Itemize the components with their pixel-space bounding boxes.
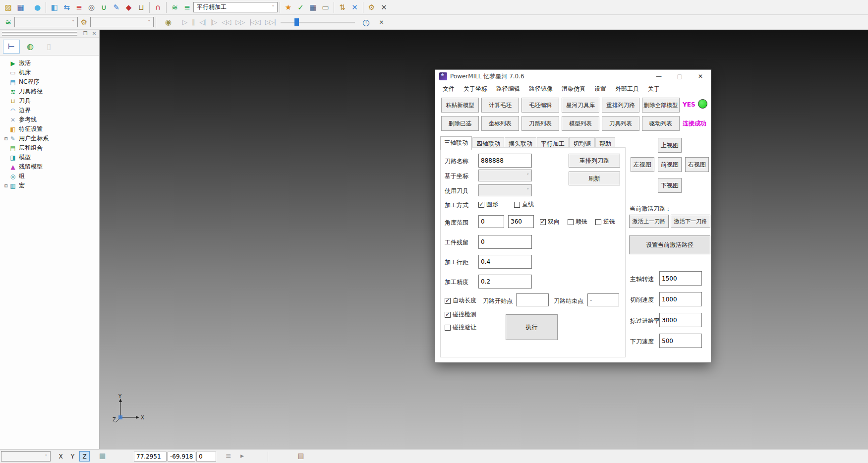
panel-float-icon[interactable]: ❐ <box>81 30 89 37</box>
drafting-icon[interactable]: ✎ <box>110 1 122 13</box>
sim-tool-combobox[interactable]: ˅ <box>90 17 154 27</box>
view-right-button[interactable]: 右视图 <box>685 157 709 172</box>
play-icon[interactable]: ▷ <box>182 18 187 26</box>
step-back-icon[interactable]: ◁| <box>200 18 206 26</box>
tree-item-macros[interactable]: ⊞ ▥ 宏 <box>3 181 99 190</box>
block-icon[interactable]: ◧ <box>48 1 60 13</box>
close-button[interactable]: ✕ <box>690 70 711 83</box>
bidirectional-checkbox[interactable]: 双向 <box>540 218 560 226</box>
tree-item-patterns[interactable]: ✕ 参考线 <box>3 115 99 124</box>
conventional-mill-checkbox[interactable]: 逆铣 <box>595 218 615 226</box>
axis-x-button[interactable]: X <box>56 451 66 462</box>
mode-circle-checkbox[interactable]: 圆形 <box>478 200 498 209</box>
based-coord-combobox[interactable]: ˅ <box>478 170 532 181</box>
maximize-button[interactable]: ▢ <box>669 70 690 83</box>
points-icon[interactable]: ◆ <box>122 1 135 13</box>
stepover-input[interactable] <box>478 255 532 269</box>
menu-path-mirror[interactable]: 路径镜像 <box>524 83 557 94</box>
tree-item-boundaries[interactable]: ◠ 边界 <box>3 106 99 115</box>
mode-line-checkbox[interactable]: 直线 <box>514 200 534 209</box>
axis-y-button[interactable]: Y <box>67 451 78 462</box>
end-point-input[interactable] <box>587 293 619 306</box>
strategy-list-icon[interactable]: ≡ <box>181 1 193 13</box>
grid-icon[interactable]: ▦ <box>99 452 106 460</box>
menu-external-tools[interactable]: 外部工具 <box>611 83 643 94</box>
model-list-button[interactable]: 模型列表 <box>562 116 599 131</box>
slider-handle[interactable] <box>294 18 299 26</box>
explorer-trash-button[interactable]: ▯ <box>41 40 58 54</box>
view-front-button[interactable]: 前视图 <box>658 157 682 172</box>
go-end-icon[interactable]: ▷▷| <box>265 18 276 26</box>
tool-ball-icon[interactable]: ◎ <box>85 1 98 13</box>
coord-list-button[interactable]: 坐标列表 <box>481 116 519 131</box>
tree-item-workplanes[interactable]: ⊞ ✎ 用户坐标系 <box>3 134 99 143</box>
view-bottom-button[interactable]: 下视图 <box>658 178 682 193</box>
tree-item-feature-sets[interactable]: ◧ 特征设置 <box>3 124 99 134</box>
refresh-button[interactable]: 刷新 <box>569 172 620 185</box>
expander-icon[interactable]: ⊞ <box>3 183 9 188</box>
expander-icon[interactable]: ⊞ <box>3 136 9 141</box>
view-left-button[interactable]: 左视图 <box>631 157 654 172</box>
ruler-icon[interactable]: ▭ <box>319 1 332 13</box>
stock-remain-input[interactable] <box>478 235 532 249</box>
explorer-tree-button[interactable]: ⊢ <box>3 40 20 54</box>
save-project-icon[interactable]: ▦ <box>14 1 27 13</box>
tab-3axis[interactable]: 三轴联动 <box>440 136 472 150</box>
status-combobox[interactable]: ˅ <box>1 451 51 462</box>
toolpath-name-input[interactable] <box>478 154 532 168</box>
climb-mill-checkbox[interactable]: 顺铣 <box>568 218 587 226</box>
toolbar-close-icon[interactable]: ✕ <box>378 1 390 13</box>
raster-path-icon[interactable]: ⇆ <box>60 1 73 13</box>
minimize-button[interactable]: — <box>648 70 669 83</box>
panel-close-icon[interactable]: ✕ <box>90 30 98 37</box>
toolholder-icon[interactable]: ⊔ <box>135 1 147 13</box>
tool-change-icon[interactable]: ⇅ <box>336 1 348 13</box>
open-project-icon[interactable]: ▨ <box>2 1 14 13</box>
axis-z-button[interactable]: Z <box>79 451 90 462</box>
calculator-icon[interactable]: ▦ <box>307 1 319 13</box>
execute-button[interactable]: 执行 <box>506 314 558 340</box>
tree-item-machine-tools[interactable]: ▭ 机床 <box>3 68 99 77</box>
skim-feed-input[interactable] <box>659 313 702 327</box>
strategy-combobox[interactable]: 平行精加工 ˅ <box>193 2 278 12</box>
pages-icon[interactable]: ▤ <box>297 452 304 460</box>
cutting-speed-input[interactable] <box>659 292 702 306</box>
powermill-toolpath-icon[interactable]: ≋ <box>169 1 181 13</box>
collision-check-checkbox[interactable]: 碰撞检测 <box>445 310 476 319</box>
tolerance-input[interactable] <box>478 275 532 289</box>
toolpath-list-button[interactable]: 刀路列表 <box>521 116 559 131</box>
tree-item-activate[interactable]: ▶ 激活 <box>3 58 99 68</box>
list-edit-icon[interactable]: ≡ <box>226 452 231 460</box>
pause-icon[interactable]: ‖ <box>192 18 195 26</box>
go-start-icon[interactable]: |◁◁ <box>249 18 260 26</box>
tree-item-groups[interactable]: ◎ 组 <box>3 172 99 181</box>
activate-prev-button[interactable]: 激活上一刀路 <box>629 215 669 228</box>
lightbulb-icon[interactable]: ◉ <box>162 16 174 28</box>
coord-y-input[interactable] <box>168 452 195 462</box>
fast-forward-icon[interactable]: ▷▷ <box>235 18 244 26</box>
tree-item-stock-models[interactable]: ▲ 残留模型 <box>3 162 99 172</box>
menu-about-coords[interactable]: 关于坐标 <box>459 83 492 94</box>
boundary-list-icon[interactable]: ≡ <box>73 1 85 13</box>
tool-list-button[interactable]: 刀具列表 <box>602 116 639 131</box>
coord-x-input[interactable] <box>134 452 167 462</box>
tree-item-tools[interactable]: ⊔ 刀具 <box>3 96 99 106</box>
step-forward-icon[interactable]: |▷ <box>211 18 217 26</box>
tree-item-levels-sets[interactable]: ▤ 层和组合 <box>3 143 99 153</box>
delete-selected-button[interactable]: 删除已选 <box>441 116 479 131</box>
speed-slider[interactable] <box>281 17 355 27</box>
mounted-tools-icon[interactable]: ⚙ <box>365 1 378 13</box>
set-active-path-button[interactable]: 设置当前激活路径 <box>629 235 710 254</box>
spindle-speed-input[interactable] <box>659 271 702 286</box>
activate-next-button[interactable]: 激活下一刀路 <box>671 215 710 228</box>
block-edit-button[interactable]: 毛坯编辑 <box>521 98 559 113</box>
angle-to-input[interactable] <box>508 215 534 228</box>
compute-block-button[interactable]: 计算毛坯 <box>481 98 519 113</box>
coord-z-input[interactable] <box>196 452 216 462</box>
flame-tool-icon[interactable]: ★ <box>282 1 294 13</box>
delete-all-models-button[interactable]: 删除全部模型 <box>642 98 680 113</box>
use-tool-combobox[interactable]: ˅ <box>478 184 532 196</box>
collision-avoid-checkbox[interactable]: 碰撞避让 <box>445 323 476 332</box>
rewind-icon[interactable]: ◁◁ <box>222 18 231 26</box>
tree-item-nc-programs[interactable]: ▤ NC程序 <box>3 77 99 87</box>
